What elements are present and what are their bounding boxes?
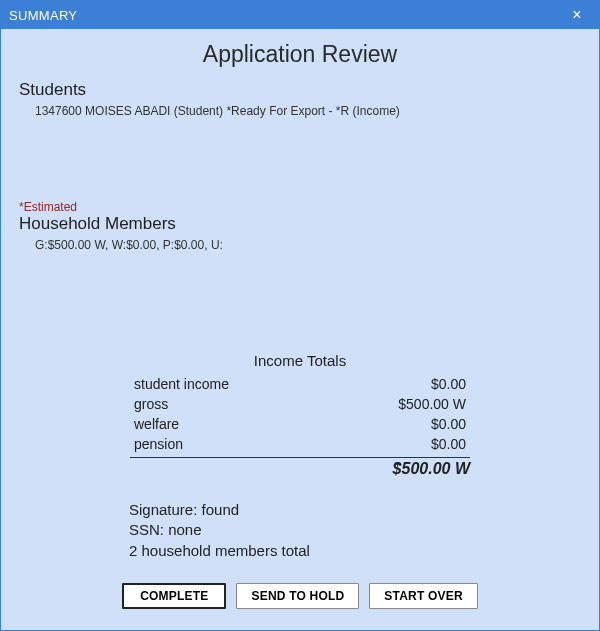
table-row: gross $500.00 W	[132, 395, 468, 413]
titlebar: SUMMARY ×	[1, 1, 599, 29]
signature-status: Signature: found	[129, 500, 581, 520]
household-count: 2 household members total	[129, 541, 581, 561]
table-row: student income $0.00	[132, 375, 468, 393]
table-row: pension $0.00	[132, 435, 468, 453]
page-title: Application Review	[19, 41, 581, 68]
income-row-label: gross	[132, 395, 326, 413]
income-totals-block: Income Totals student income $0.00 gross…	[130, 352, 470, 478]
ssn-status: SSN: none	[129, 520, 581, 540]
income-row-value: $500.00 W	[328, 395, 468, 413]
window-body: Application Review Students 1347600 MOIS…	[1, 29, 599, 630]
income-totals-table: student income $0.00 gross $500.00 W wel…	[130, 373, 470, 455]
household-heading: Household Members	[19, 214, 581, 234]
income-totals-heading: Income Totals	[130, 352, 470, 369]
action-button-row: COMPLETE SEND TO HOLD START OVER	[19, 583, 581, 609]
table-row: welfare $0.00	[132, 415, 468, 433]
complete-button[interactable]: COMPLETE	[122, 583, 226, 609]
meta-block: Signature: found SSN: none 2 household m…	[129, 500, 581, 561]
income-row-label: welfare	[132, 415, 326, 433]
window-title: SUMMARY	[9, 8, 563, 23]
students-section: Students 1347600 MOISES ABADI (Student) …	[19, 80, 581, 118]
income-row-label: pension	[132, 435, 326, 453]
income-grand-total: $500.00 W	[130, 460, 470, 478]
send-to-hold-button[interactable]: SEND TO HOLD	[236, 583, 359, 609]
totals-separator	[130, 457, 470, 458]
income-row-value: $0.00	[328, 415, 468, 433]
summary-window: SUMMARY × Application Review Students 13…	[0, 0, 600, 631]
income-row-label: student income	[132, 375, 326, 393]
student-line: 1347600 MOISES ABADI (Student) *Ready Fo…	[35, 104, 581, 118]
income-row-value: $0.00	[328, 375, 468, 393]
estimated-label: *Estimated	[19, 200, 581, 214]
income-row-value: $0.00	[328, 435, 468, 453]
close-icon[interactable]: ×	[563, 3, 591, 27]
household-line: G:$500.00 W, W:$0.00, P:$0.00, U:	[35, 238, 581, 252]
start-over-button[interactable]: START OVER	[369, 583, 477, 609]
students-heading: Students	[19, 80, 581, 100]
